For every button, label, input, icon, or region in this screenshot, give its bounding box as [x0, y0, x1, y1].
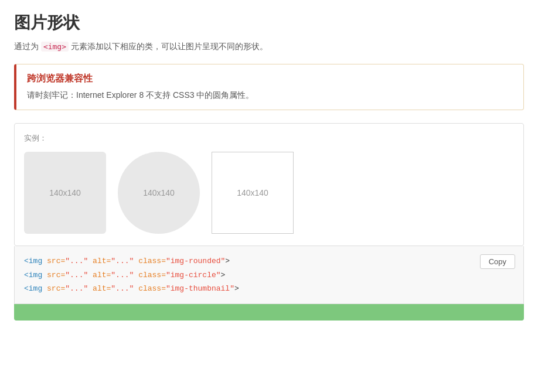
attr-src-val-3: "...": [65, 284, 88, 293]
attr-alt-2: alt=: [93, 271, 111, 279]
alert-box: 跨浏览器兼容性 请时刻牢记：Internet Explorer 8 不支持 CS…: [14, 64, 524, 110]
attr-alt-3: alt=: [93, 284, 111, 293]
images-row: 140x140 140x140 140x140: [24, 152, 514, 234]
attr-alt-val-3: "...": [111, 284, 134, 293]
img-tag: <img>: [41, 42, 69, 52]
image-circle: 140x140: [118, 152, 200, 234]
code-line-2: <img src="..." alt="..." class="img-circ…: [24, 268, 471, 282]
tag-open-2: <img: [24, 271, 42, 279]
code-line-3: <img src="..." alt="..." class="img-thum…: [24, 282, 471, 295]
page-title: 图片形状: [14, 12, 524, 34]
code-block: <img src="..." alt="..." class="img-roun…: [24, 254, 471, 295]
intro-suffix: 元素添加以下相应的类，可以让图片呈现不同的形状。: [69, 42, 268, 51]
attr-class-val-3: "img-thumbnail": [166, 284, 234, 293]
demo-label: 实例：: [24, 133, 514, 144]
intro-prefix: 通过为: [14, 42, 41, 51]
attr-src-3: src=: [47, 284, 65, 293]
tag-close-1: >: [225, 257, 230, 265]
image-thumbnail: 140x140: [212, 152, 294, 234]
attr-class-2: class=: [138, 271, 166, 279]
attr-src-1: src=: [47, 257, 65, 265]
attr-class-val-2: "img-circle": [166, 271, 221, 279]
attr-src-2: src=: [47, 271, 65, 279]
tag-close-3: >: [234, 284, 239, 293]
attr-alt-1: alt=: [93, 257, 111, 265]
intro-text: 通过为 <img> 元素添加以下相应的类，可以让图片呈现不同的形状。: [14, 40, 524, 53]
alert-body: 请时刻牢记：Internet Explorer 8 不支持 CSS3 中的圆角属…: [27, 88, 513, 101]
demo-box: 实例： 140x140 140x140 140x140: [14, 123, 524, 246]
tag-open-1: <img: [24, 257, 42, 265]
attr-class-3: class=: [138, 284, 166, 293]
code-wrapper: <img src="..." alt="..." class="img-roun…: [14, 246, 524, 304]
code-line-1: <img src="..." alt="..." class="img-roun…: [24, 254, 471, 268]
image-rounded: 140x140: [24, 152, 106, 234]
tag-open-3: <img: [24, 284, 42, 293]
attr-alt-val-1: "...": [111, 257, 134, 265]
tag-close-2: >: [221, 271, 226, 279]
alert-title: 跨浏览器兼容性: [27, 73, 513, 85]
attr-class-1: class=: [138, 257, 166, 265]
attr-alt-val-2: "...": [111, 271, 134, 279]
attr-class-val-1: "img-rounded": [166, 257, 225, 265]
attr-src-val-1: "...": [65, 257, 88, 265]
attr-src-val-2: "...": [65, 271, 88, 279]
green-bar: [14, 304, 524, 321]
copy-button[interactable]: Copy: [480, 254, 515, 269]
